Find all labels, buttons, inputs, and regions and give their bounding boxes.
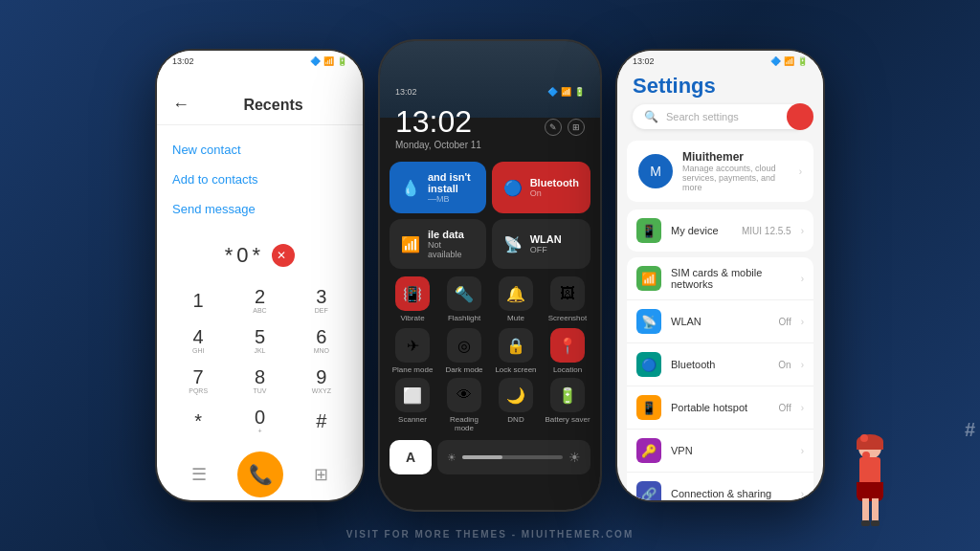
- search-decoration: [787, 103, 813, 130]
- settings-title: Settings: [633, 74, 808, 99]
- key-0[interactable]: 0+: [230, 402, 289, 440]
- dialer-text: *0*: [225, 243, 264, 268]
- font-button[interactable]: A: [390, 440, 432, 474]
- dnd-icon: 🌙: [499, 378, 533, 412]
- key-6[interactable]: 6MNO: [292, 321, 351, 360]
- my-device-icon: 📱: [636, 218, 661, 243]
- settings-item-wlan[interactable]: 📡 WLAN Off ›: [627, 300, 813, 343]
- center-status-icons: 🔷 📶 🔋: [547, 87, 585, 97]
- anime-shoe-left: [861, 520, 870, 526]
- battery-label: Battery saver: [545, 415, 590, 424]
- key-hash[interactable]: #: [292, 402, 351, 440]
- quick-flashlight[interactable]: 🔦 Flashlight: [441, 276, 487, 322]
- call-button[interactable]: 📞: [237, 452, 283, 497]
- left-status-icons: 🔷 📶 🔋: [310, 56, 347, 66]
- menu-icon[interactable]: ☰: [191, 464, 207, 485]
- dialer-bottom: ☰ 📞 ⊞: [157, 444, 363, 500]
- tile-wlan-icon: 📡: [503, 235, 523, 253]
- phones-container: 13:02 🔷 📶 🔋 ← Recents New contact Add to…: [147, 32, 833, 519]
- quick-row-3: ⬜ Scanner 👁 Reading mode 🌙 DND 🔋 Battery…: [380, 376, 600, 434]
- anime-body: [836, 436, 903, 541]
- center-wifi-icon: 📶: [561, 87, 571, 97]
- profile-info: Miuithemer Manage accounts, cloud servic…: [682, 150, 790, 192]
- tile-wlan-text: WLAN OFF: [530, 233, 562, 254]
- brightness-low-icon: ☀: [447, 452, 457, 464]
- quick-battery[interactable]: 🔋 Battery saver: [545, 378, 590, 432]
- vpn-arrow: ›: [801, 446, 804, 456]
- lock-icon: 🔒: [499, 328, 533, 363]
- search-placeholder: Search settings: [666, 111, 796, 122]
- quick-dnd[interactable]: 🌙 DND: [493, 378, 539, 432]
- right-time: 13:02: [633, 56, 655, 66]
- quick-reading[interactable]: 👁 Reading mode: [441, 378, 487, 432]
- send-message-link[interactable]: Send message: [172, 196, 347, 222]
- center-edit-icons: ✎ ⊞: [545, 119, 585, 136]
- quick-lock[interactable]: 🔒 Lock screen: [493, 328, 539, 374]
- quick-vibrate[interactable]: 📳 Vibrate: [390, 276, 435, 322]
- phone-center: 13:02 🔷 📶 🔋 13:02 Monday, October 11 ✎ ⊞: [380, 41, 600, 510]
- profile-avatar: M: [638, 154, 673, 188]
- settings-item-bluetooth[interactable]: 🔵 Bluetooth On ›: [627, 343, 813, 386]
- location-label: Location: [553, 365, 582, 374]
- tile-data-icon: 💧: [401, 179, 420, 197]
- quick-screenshot[interactable]: 🖼 Screenshot: [545, 276, 590, 322]
- add-to-contacts-link[interactable]: Add to contacts: [172, 166, 347, 192]
- dnd-label: DND: [507, 415, 523, 424]
- tile-data[interactable]: 💧 and isn't install —MB: [390, 162, 486, 213]
- tile-data-label: and isn't install: [428, 171, 475, 194]
- settings-item-vpn[interactable]: 🔑 VPN ›: [627, 430, 813, 473]
- anime-bow: [860, 429, 880, 438]
- settings-item-sim[interactable]: 📶 SIM cards & mobile networks ›: [627, 257, 813, 300]
- vibrate-icon: 📳: [395, 276, 430, 311]
- edit-icon[interactable]: ✎: [545, 119, 562, 136]
- tile-mobile[interactable]: 📶 ile data Not available: [390, 219, 486, 269]
- key-3[interactable]: 3DEF: [292, 281, 351, 320]
- settings-profile[interactable]: M Miuithemer Manage accounts, cloud serv…: [627, 141, 813, 202]
- quick-dark[interactable]: ◎ Dark mode: [441, 328, 487, 374]
- my-device-item[interactable]: 📱 My device MIUI 12.5.5 ›: [627, 209, 813, 252]
- settings-list: 📶 SIM cards & mobile networks › 📡 WLAN O…: [617, 253, 823, 500]
- anime-shoe-right: [871, 520, 880, 526]
- key-8[interactable]: 8TUV: [230, 362, 289, 400]
- key-star[interactable]: *: [168, 402, 228, 440]
- bluetooth-value: On: [778, 360, 791, 370]
- left-screen: 13:02 🔷 📶 🔋 ← Recents New contact Add to…: [157, 51, 363, 500]
- quick-location[interactable]: 📍 Location: [545, 328, 590, 374]
- search-bar[interactable]: 🔍 Search settings: [633, 104, 808, 129]
- profile-name: Miuithemer: [682, 150, 790, 164]
- wifi-icon: 📶: [323, 56, 334, 66]
- center-bt-icon: 🔷: [547, 87, 558, 97]
- back-button[interactable]: ←: [172, 95, 189, 115]
- tile-wlan[interactable]: 📡 WLAN OFF: [492, 219, 590, 269]
- bt-icon: 🔷: [310, 56, 321, 66]
- settings-item-connection[interactable]: 🔗 Connection & sharing ›: [627, 473, 813, 500]
- grid-icon[interactable]: ⊞: [314, 464, 328, 485]
- anime-leg-right: [872, 498, 879, 522]
- tile-mobile-sub: Not available: [428, 240, 475, 259]
- my-device-value: MIUI 12.5.5: [742, 226, 791, 236]
- keypad: 1 2ABC 3DEF 4GHI 5JKL 6MNO 7PQRS 8TUV 9W…: [157, 277, 363, 444]
- quick-mute[interactable]: 🔔 Mute: [493, 276, 539, 322]
- settings-item-hotspot[interactable]: 📱 Portable hotspot Off ›: [627, 386, 813, 430]
- brightness-slider[interactable]: ☀ ☀: [437, 440, 590, 474]
- bluetooth-icon: 🔵: [636, 352, 661, 377]
- quick-plane[interactable]: ✈ Plane mode: [390, 328, 435, 374]
- grid-edit-icon[interactable]: ⊞: [568, 119, 585, 136]
- tile-mobile-label: ile data: [428, 229, 475, 240]
- key-4[interactable]: 4GHI: [168, 321, 228, 360]
- quick-tiles: 💧 and isn't install —MB 🔵 Bluetooth On 📶: [380, 158, 600, 273]
- tile-wlan-sub: OFF: [530, 245, 562, 254]
- key-5[interactable]: 5JKL: [230, 321, 289, 360]
- delete-button[interactable]: ✕: [272, 244, 295, 267]
- quick-scanner[interactable]: ⬜ Scanner: [390, 378, 435, 432]
- tile-bluetooth[interactable]: 🔵 Bluetooth On: [492, 162, 590, 213]
- phone-right: 13:02 🔷 📶 🔋 Settings 🔍 Search settings: [617, 51, 823, 500]
- sim-label: SIM cards & mobile networks: [671, 267, 791, 290]
- key-7[interactable]: 7PQRS: [168, 362, 228, 400]
- key-1[interactable]: 1: [168, 281, 228, 320]
- new-contact-link[interactable]: New contact: [172, 137, 347, 163]
- key-2[interactable]: 2ABC: [230, 281, 289, 320]
- key-9[interactable]: 9WXYZ: [292, 362, 351, 400]
- center-time-status: 13:02: [395, 87, 417, 97]
- vpn-label: VPN: [671, 445, 791, 456]
